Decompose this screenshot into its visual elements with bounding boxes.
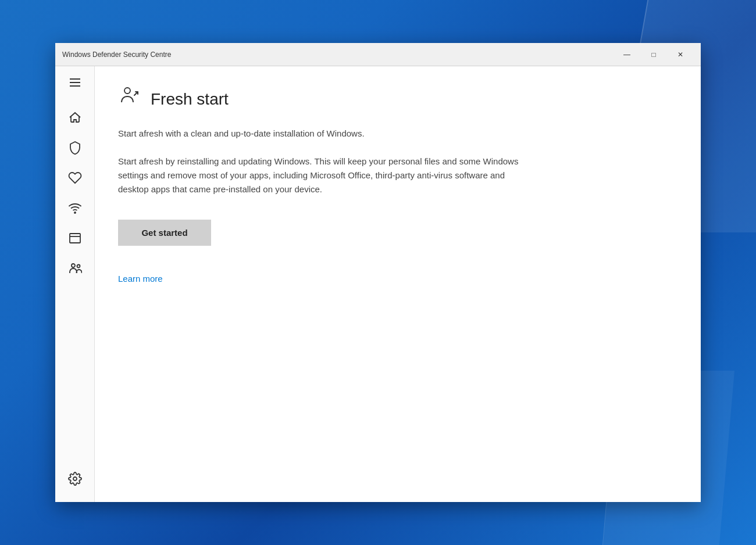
sidebar — [55, 66, 95, 502]
sidebar-item-home[interactable] — [61, 103, 89, 131]
svg-point-4 — [77, 265, 80, 268]
main-area: Fresh start Start afresh with a clean an… — [55, 66, 701, 502]
svg-point-6 — [124, 88, 130, 94]
window-controls: — □ ✕ — [614, 45, 694, 64]
get-started-button[interactable]: Get started — [118, 220, 211, 246]
learn-more-link[interactable]: Learn more — [118, 274, 163, 284]
learn-more-section: Learn more — [118, 274, 677, 284]
svg-point-5 — [73, 477, 77, 481]
page-description: Start afresh by reinstalling and updatin… — [118, 155, 525, 196]
maximize-button[interactable]: □ — [640, 45, 667, 64]
family-icon — [68, 261, 82, 275]
fresh-start-icon — [118, 85, 141, 113]
minimize-button[interactable]: — — [614, 45, 640, 64]
hamburger-button[interactable] — [61, 71, 89, 94]
hamburger-icon — [70, 78, 80, 87]
title-bar: Windows Defender Security Centre — □ ✕ — [55, 43, 701, 66]
sidebar-item-family[interactable] — [61, 254, 89, 282]
sidebar-item-settings[interactable] — [61, 465, 89, 493]
close-button[interactable]: ✕ — [667, 45, 694, 64]
svg-point-0 — [74, 212, 76, 213]
sidebar-item-virus-protection[interactable] — [61, 134, 89, 162]
page-header: Fresh start — [118, 85, 677, 113]
page-subtitle: Start afresh with a clean and up-to-date… — [118, 127, 677, 141]
heart-icon — [68, 171, 82, 185]
content-area: Fresh start Start afresh with a clean an… — [95, 66, 701, 502]
sidebar-nav — [61, 99, 89, 465]
svg-rect-1 — [70, 234, 80, 243]
settings-icon — [68, 472, 82, 486]
page-title: Fresh start — [151, 90, 229, 109]
svg-point-3 — [72, 264, 75, 267]
shield-icon — [68, 141, 82, 155]
home-icon — [68, 110, 82, 124]
firewall-icon — [68, 201, 82, 215]
sidebar-item-firewall[interactable] — [61, 194, 89, 222]
sidebar-item-device-health[interactable] — [61, 164, 89, 192]
window-title: Windows Defender Security Centre — [62, 51, 614, 59]
sidebar-item-app-browser[interactable] — [61, 224, 89, 252]
app-window: Windows Defender Security Centre — □ ✕ — [55, 43, 701, 502]
app-browser-icon — [68, 231, 82, 245]
